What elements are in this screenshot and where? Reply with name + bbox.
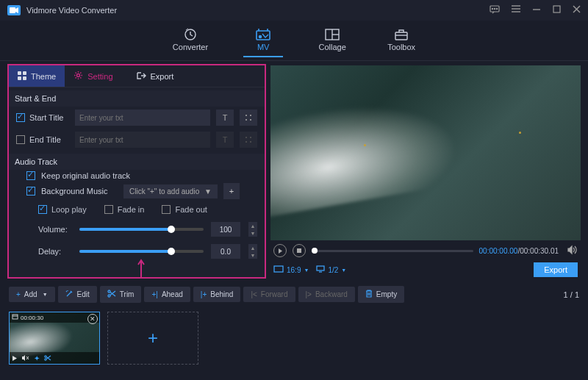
ahead-icon: +| (151, 290, 157, 298)
chevron-down-icon: ▼ (304, 268, 309, 273)
chevron-down-icon: ▼ (43, 292, 48, 297)
svg-point-33 (245, 141, 247, 143)
tab-export[interactable]: Export (128, 65, 183, 87)
start-title-input[interactable] (75, 110, 210, 126)
bg-music-checkbox[interactable] (26, 187, 35, 196)
add-button[interactable]: +Add▼ (9, 287, 55, 302)
mv-icon (255, 28, 271, 41)
empty-button[interactable]: Empty (358, 286, 404, 303)
theme-icon (18, 71, 26, 82)
nav-mv[interactable]: MV (243, 25, 283, 57)
delay-down[interactable]: ▼ (248, 251, 257, 259)
svg-rect-24 (18, 76, 21, 80)
clip-thumbnail[interactable]: 00:00:30 ✕ ✦ (9, 312, 100, 365)
effect-icon[interactable]: ✦ (34, 354, 40, 362)
nav-toolbox[interactable]: Toolbox (381, 25, 421, 57)
svg-point-16 (259, 36, 262, 38)
timeline: 00:00:30 ✕ ✦ + (0, 307, 588, 369)
loop-checkbox[interactable] (38, 205, 47, 214)
volume-value[interactable]: 100 (211, 222, 240, 237)
forward-button[interactable]: |<Forward (243, 287, 295, 302)
volume-down[interactable]: ▼ (248, 229, 257, 237)
svg-rect-23 (23, 71, 26, 75)
text-style-button[interactable]: T (216, 110, 234, 126)
fadein-checkbox[interactable] (104, 205, 113, 214)
tab-label: Theme (31, 72, 56, 81)
svg-point-4 (496, 8, 497, 9)
volume-label: Volume: (38, 225, 72, 234)
ahead-button[interactable]: +|Ahead (144, 287, 190, 302)
tab-theme[interactable]: Theme (9, 65, 65, 87)
tab-setting[interactable]: Setting (65, 65, 121, 87)
stop-button[interactable] (293, 244, 306, 257)
menu-icon[interactable] (512, 5, 520, 15)
titlebar: Vidmore Video Converter (0, 0, 588, 21)
export-button[interactable]: Export (534, 262, 578, 277)
speed-value: 1/2 (328, 266, 338, 274)
delay-value[interactable]: 0.0 (211, 244, 240, 259)
start-title-label: Start Title (29, 113, 71, 122)
play-button[interactable] (273, 244, 287, 257)
expand-icon[interactable] (240, 110, 257, 126)
dropdown-label: Click "+" to add audio (129, 187, 199, 196)
cut-icon[interactable] (44, 354, 51, 362)
svg-point-31 (245, 137, 247, 138)
volume-slider[interactable] (79, 228, 204, 231)
backward-button[interactable]: |>Backward (298, 287, 355, 302)
plus-icon: + (16, 290, 21, 298)
add-audio-button[interactable]: + (223, 183, 240, 199)
gear-icon (74, 71, 83, 82)
svg-rect-36 (274, 266, 283, 272)
speed-dropdown[interactable]: 1/2 ▼ (316, 265, 346, 274)
aspect-ratio-dropdown[interactable]: 16:9 ▼ (273, 265, 309, 274)
svg-rect-0 (10, 7, 15, 13)
svg-point-2 (492, 8, 492, 9)
nav-label: Collage (318, 43, 345, 51)
delay-slider[interactable] (79, 250, 204, 253)
remove-clip-button[interactable]: ✕ (87, 314, 98, 324)
start-title-checkbox[interactable] (16, 113, 25, 122)
behind-button[interactable]: |+Behind (193, 287, 241, 302)
pager: 1 / 1 (564, 290, 579, 299)
minimize-icon[interactable] (532, 5, 541, 15)
nav-converter[interactable]: Converter (167, 25, 214, 57)
mute-icon[interactable] (22, 354, 29, 362)
fadeout-checkbox[interactable] (162, 205, 171, 214)
maximize-icon[interactable] (553, 5, 561, 15)
bg-music-label: Background Music (41, 187, 118, 196)
volume-icon[interactable] (567, 245, 578, 256)
settings-panel: Theme Setting Export Start & End Start T… (7, 64, 266, 279)
svg-point-27 (245, 115, 247, 116)
end-title-checkbox[interactable] (16, 135, 25, 144)
svg-rect-37 (317, 266, 324, 270)
progress-bar[interactable] (312, 250, 473, 252)
nav-collage[interactable]: Collage (312, 25, 352, 57)
end-title-label: End Title (29, 135, 71, 144)
wand-icon (65, 290, 74, 299)
ratio-icon (273, 265, 284, 274)
film-icon (12, 314, 18, 321)
delay-up[interactable]: ▲ (248, 244, 257, 251)
bg-music-dropdown[interactable]: Click "+" to add audio ▼ (123, 184, 218, 198)
export-icon (137, 71, 146, 82)
ratio-value: 16:9 (287, 266, 301, 274)
keep-original-checkbox[interactable] (26, 171, 35, 180)
close-icon[interactable] (573, 5, 581, 15)
svg-point-41 (108, 295, 110, 297)
converter-icon (182, 28, 198, 41)
nav-label: MV (257, 43, 270, 51)
bottom-toolbar: +Add▼ Edit Trim +|Ahead |+Behind |<Forwa… (0, 282, 588, 307)
nav-label: Toolbox (387, 43, 415, 51)
fadeout-label: Fade out (175, 205, 207, 214)
play-icon[interactable] (12, 354, 18, 362)
add-clip-button[interactable]: + (107, 312, 198, 365)
svg-point-26 (77, 74, 80, 77)
fadein-label: Fade in (118, 205, 145, 214)
edit-button[interactable]: Edit (58, 286, 97, 303)
trim-button[interactable]: Trim (100, 286, 142, 303)
volume-up[interactable]: ▲ (248, 222, 257, 229)
loop-label: Loop play (51, 205, 87, 214)
svg-point-29 (245, 119, 247, 121)
feedback-icon[interactable] (490, 5, 500, 15)
text-style-button-disabled: T (216, 132, 234, 148)
